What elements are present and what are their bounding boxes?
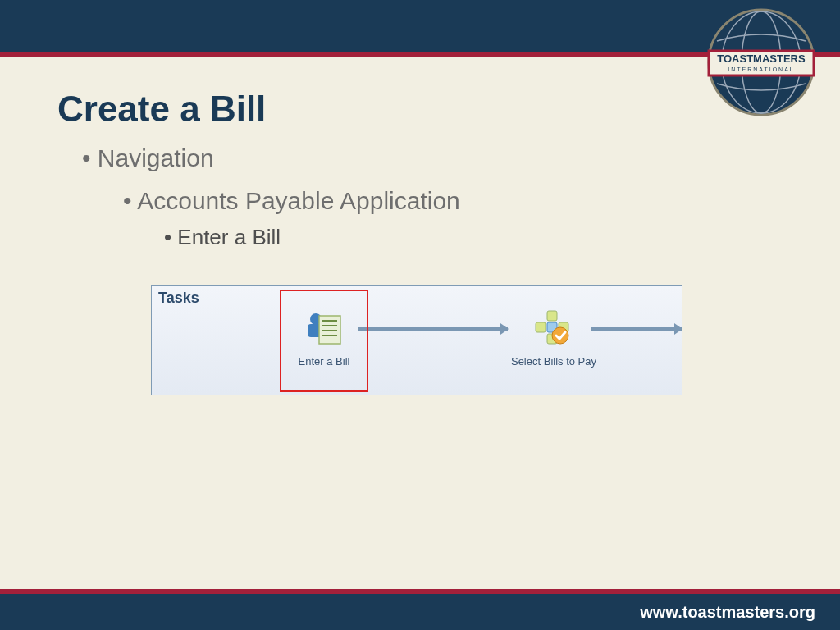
tasks-header: Tasks: [158, 290, 199, 307]
slide: TOASTMASTERS INTERNATIONAL Create a Bill…: [0, 0, 840, 630]
task-enter-bill[interactable]: Enter a Bill: [294, 309, 354, 368]
select-bills-icon: [534, 309, 573, 349]
slide-title: Create a Bill: [57, 89, 266, 130]
bullet-accounts-payable: Accounts Payable Application: [123, 187, 791, 215]
svg-rect-12: [547, 311, 557, 321]
toastmasters-logo: TOASTMASTERS INTERNATIONAL: [704, 5, 819, 120]
enter-bill-icon: [304, 309, 344, 349]
footer-band: www.toastmasters.org: [0, 589, 840, 630]
bullet-list: Navigation Accounts Payable Application …: [82, 144, 791, 250]
bullet-enter-bill: Enter a Bill: [164, 225, 791, 250]
flow-arrow-icon: [358, 327, 508, 331]
footer-url: www.toastmasters.org: [640, 603, 815, 622]
svg-rect-14: [536, 322, 546, 332]
tasks-panel: Tasks Enter a Bill: [151, 285, 682, 395]
task-enter-bill-label: Enter a Bill: [294, 355, 354, 368]
flow-arrow-icon: [591, 327, 682, 331]
logo-text-main: TOASTMASTERS: [717, 52, 806, 65]
bullet-navigation: Navigation: [82, 144, 791, 172]
logo-text-sub: INTERNATIONAL: [728, 66, 795, 72]
task-select-bills[interactable]: Select Bills to Pay: [504, 309, 603, 368]
task-select-bills-label: Select Bills to Pay: [504, 355, 603, 368]
svg-point-17: [552, 327, 568, 344]
